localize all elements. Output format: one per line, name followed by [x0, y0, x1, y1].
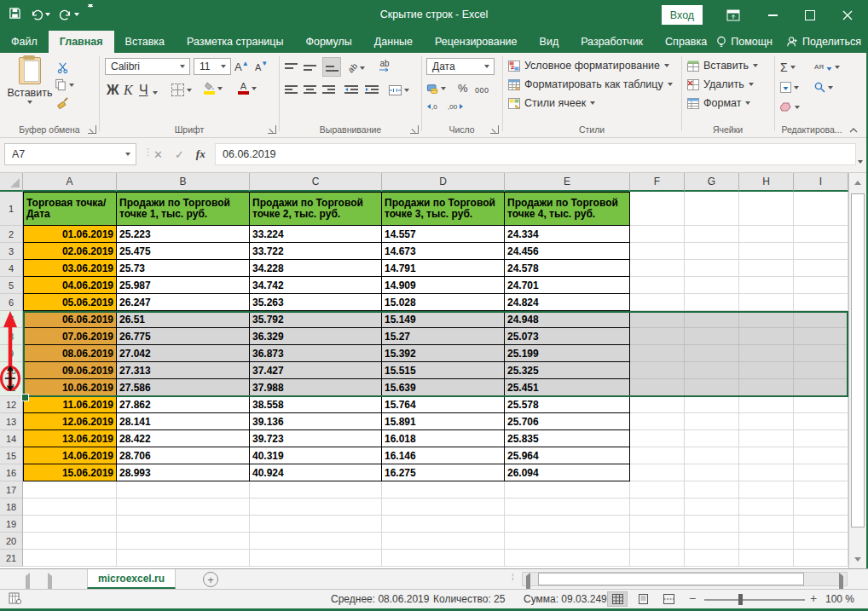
format-painter-button[interactable] [56, 94, 69, 112]
grid-cell[interactable] [739, 447, 794, 464]
grid-cell[interactable] [685, 481, 739, 499]
grid-cell[interactable] [739, 243, 794, 260]
column-header-D[interactable]: D [382, 173, 505, 192]
date-cell[interactable]: 06.06.2019 [23, 311, 117, 328]
grid-cell[interactable] [794, 550, 848, 567]
comma-style-button[interactable]: 000 [475, 81, 489, 99]
value-cell[interactable]: 15.764 [382, 396, 505, 413]
ribbon-tab-review[interactable]: Рецензирование [424, 31, 529, 53]
grid-cell[interactable] [685, 379, 739, 396]
value-cell[interactable]: 24.456 [505, 243, 630, 260]
grid-cell[interactable] [505, 533, 630, 550]
grid-cell[interactable] [685, 328, 739, 345]
value-cell[interactable]: 25.199 [505, 345, 630, 362]
grid-cell[interactable] [685, 396, 739, 413]
value-cell[interactable]: 15.27 [382, 328, 505, 345]
grid-cell[interactable] [739, 516, 794, 533]
table-header-cell[interactable]: Торговая точка/ Дата [23, 192, 117, 226]
minimize-button[interactable] [754, 0, 791, 31]
grid-cell[interactable] [739, 396, 794, 413]
row-header-18[interactable]: 18 [0, 499, 23, 516]
row-header-9[interactable]: 9 [0, 345, 23, 362]
ribbon-tab-data[interactable]: Данные [363, 31, 424, 53]
column-header-A[interactable]: A [23, 173, 117, 192]
value-cell[interactable]: 36.329 [250, 328, 382, 345]
column-header-I[interactable]: I [794, 173, 848, 192]
font-color-button[interactable]: А [238, 79, 257, 97]
row-header-15[interactable]: 15 [0, 447, 23, 464]
value-cell[interactable]: 26.247 [117, 294, 250, 311]
row-header-4[interactable]: 4 [0, 260, 23, 277]
conditional-formatting-button[interactable]: ≠ Условное форматирование [508, 60, 669, 72]
ribbon-tab-developer[interactable]: Разработчик [570, 31, 654, 53]
grid-cell[interactable] [630, 277, 685, 294]
grid-cell[interactable] [739, 311, 794, 328]
number-format-combo[interactable]: Дата [426, 58, 495, 75]
ribbon-tab-insert[interactable]: Вставка [114, 31, 176, 53]
zoom-out-icon[interactable]: − [689, 591, 696, 605]
grid-cell[interactable] [685, 516, 739, 533]
clear-button[interactable] [780, 98, 800, 116]
grid-cell[interactable] [630, 243, 685, 260]
alignment-dialog-launcher[interactable] [410, 125, 419, 134]
grid-cell[interactable] [23, 499, 117, 516]
column-header-F[interactable]: F [630, 173, 685, 192]
grid-cell[interactable] [630, 345, 685, 362]
value-cell[interactable]: 27.042 [117, 345, 250, 362]
zoom-slider-thumb[interactable] [738, 594, 743, 605]
increase-decimal-icon[interactable]: ,0 [426, 97, 442, 115]
grid-cell[interactable] [117, 516, 250, 533]
find-select-button[interactable] [814, 78, 833, 96]
align-top-icon[interactable] [285, 59, 298, 77]
grid-cell[interactable] [685, 260, 739, 277]
cut-button[interactable] [56, 59, 69, 77]
grid-cell[interactable] [23, 481, 117, 499]
grid-cell[interactable] [739, 379, 794, 396]
fill-button[interactable] [780, 78, 799, 96]
date-cell[interactable]: 12.06.2019 [23, 413, 117, 430]
row-header-16[interactable]: 16 [0, 464, 23, 481]
date-cell[interactable]: 04.06.2019 [23, 277, 117, 294]
value-cell[interactable]: 34.742 [250, 277, 382, 294]
row-header-21[interactable]: 21 [0, 550, 23, 567]
grid-cell[interactable] [739, 226, 794, 243]
row-header-20[interactable]: 20 [0, 533, 23, 550]
row-header-5[interactable]: 5 [0, 277, 23, 294]
zoom-in-icon[interactable]: + [810, 591, 817, 605]
grid-cell[interactable] [685, 464, 739, 481]
clipboard-dialog-launcher[interactable] [88, 125, 96, 134]
grid-cell[interactable] [794, 277, 848, 294]
grid-cell[interactable] [117, 533, 250, 550]
accounting-format-button[interactable] [426, 79, 446, 97]
align-left-icon[interactable] [285, 81, 298, 99]
format-as-table-button[interactable]: Форматировать как таблицу [508, 78, 673, 90]
grid-cell[interactable] [23, 516, 117, 533]
sheet-tab-active[interactable]: microexcel.ru [87, 569, 176, 589]
new-sheet-button[interactable]: + [203, 572, 218, 587]
grid-cell[interactable] [794, 362, 848, 379]
page-layout-view-button[interactable] [633, 591, 653, 607]
value-cell[interactable]: 15.028 [382, 294, 505, 311]
copy-button[interactable] [55, 76, 74, 94]
grid-cell[interactable] [630, 481, 685, 499]
grid-cell[interactable] [685, 533, 739, 550]
value-cell[interactable]: 37.988 [250, 379, 382, 396]
share-item[interactable]: Поделиться [786, 36, 861, 48]
grid-cell[interactable] [250, 550, 382, 567]
grid-cell[interactable] [794, 447, 848, 464]
enter-icon[interactable]: ✓ [175, 148, 184, 161]
grid-cell[interactable] [630, 447, 685, 464]
sign-in-button[interactable]: Вход [662, 5, 703, 25]
date-cell[interactable]: 15.06.2019 [23, 464, 117, 481]
ribbon-tab-view[interactable]: Вид [529, 31, 570, 53]
value-cell[interactable]: 28.993 [117, 464, 250, 481]
grid-cell[interactable] [794, 192, 848, 226]
grid-cell[interactable] [794, 516, 848, 533]
grid-cell[interactable] [382, 533, 505, 550]
grid-cell[interactable] [685, 192, 739, 226]
grid-cell[interactable] [739, 464, 794, 481]
value-cell[interactable]: 38.558 [250, 396, 382, 413]
grid-cell[interactable] [630, 260, 685, 277]
value-cell[interactable]: 28.706 [117, 447, 250, 464]
date-cell[interactable]: 05.06.2019 [23, 294, 117, 311]
